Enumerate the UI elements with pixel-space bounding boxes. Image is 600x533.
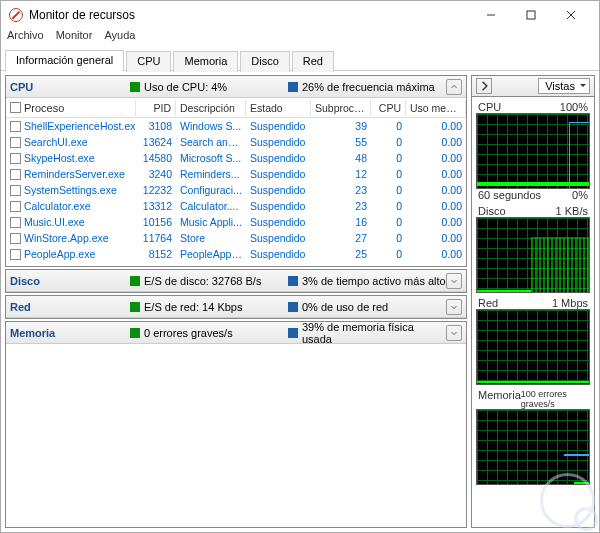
cell-desc: Microsoft S...	[176, 152, 246, 164]
collapse-sidebar-button[interactable]	[476, 78, 492, 94]
network-panel: Red E/S de red: 14 Kbps 0% de uso de red	[5, 295, 467, 319]
row-checkbox[interactable]	[10, 217, 21, 228]
watermark-icon	[540, 473, 595, 528]
menu-help[interactable]: Ayuda	[104, 29, 135, 49]
expand-button[interactable]	[446, 299, 462, 315]
cpu-usage-stat: Uso de CPU: 4%	[130, 81, 288, 93]
cell-desc: Configuraci...	[176, 184, 246, 196]
cell-avg: 0.00	[406, 152, 466, 164]
disk-io-stat: E/S de disco: 32768 B/s	[130, 275, 288, 287]
cell-status: Suspendido	[246, 232, 311, 244]
cell-process: WinStore.App.exe	[6, 232, 136, 244]
graphs-container: CPU100% 60 segundos0% Disco1 KB/s Red1 M…	[471, 97, 595, 528]
row-checkbox[interactable]	[10, 249, 21, 260]
col-status[interactable]: Estado	[246, 100, 311, 116]
cell-status: Suspendido	[246, 120, 311, 132]
views-dropdown[interactable]: Vistas	[538, 78, 590, 94]
tab-cpu[interactable]: CPU	[126, 51, 171, 72]
net-usage-stat: 0% de uso de red	[288, 301, 446, 313]
close-button[interactable]	[551, 1, 591, 29]
table-body[interactable]: ShellExperienceHost.exe3108Windows S...S…	[6, 118, 466, 266]
cell-process: PeopleApp.exe	[6, 248, 136, 260]
cell-process: SystemSettings.exe	[6, 184, 136, 196]
cell-process: RemindersServer.exe	[6, 168, 136, 180]
cpu-freq-stat: 26% de frecuencia máxima	[288, 81, 446, 93]
net-graph-title: Red	[478, 297, 498, 309]
net-graph-max: 1 Mbps	[552, 297, 588, 309]
cell-threads: 39	[311, 120, 371, 132]
net-graph-canvas	[476, 309, 590, 385]
cell-pid: 13624	[136, 136, 176, 148]
row-checkbox[interactable]	[10, 137, 21, 148]
disk-panel-title: Disco	[10, 275, 130, 287]
disk-panel: Disco E/S de disco: 32768 B/s 3% de tiem…	[5, 269, 467, 293]
cpu-graph-max: 100%	[560, 101, 588, 113]
table-row[interactable]: RemindersServer.exe3240Reminders...Suspe…	[6, 166, 466, 182]
memory-panel-header[interactable]: Memoria 0 errores graves/s 39% de memori…	[6, 322, 466, 344]
network-panel-header[interactable]: Red E/S de red: 14 Kbps 0% de uso de red	[6, 296, 466, 318]
minimize-button[interactable]	[471, 1, 511, 29]
row-checkbox[interactable]	[10, 201, 21, 212]
row-checkbox[interactable]	[10, 233, 21, 244]
col-process[interactable]: Proceso	[6, 100, 136, 116]
disk-graph-max: 1 KB/s	[556, 205, 588, 217]
maximize-button[interactable]	[511, 1, 551, 29]
col-avg[interactable]: Uso medio ...	[406, 100, 466, 116]
expand-button[interactable]	[446, 273, 462, 289]
cell-status: Suspendido	[246, 136, 311, 148]
collapse-button[interactable]	[446, 79, 462, 95]
col-desc[interactable]: Descripción	[176, 100, 246, 116]
tab-general[interactable]: Información general	[5, 50, 124, 71]
menu-monitor[interactable]: Monitor	[56, 29, 93, 49]
green-square-icon	[130, 302, 140, 312]
cell-pid: 3240	[136, 168, 176, 180]
expand-button[interactable]	[446, 325, 462, 341]
table-row[interactable]: PeopleApp.exe8152PeopleApp....Suspendido…	[6, 246, 466, 262]
col-cpu[interactable]: CPU	[371, 100, 406, 116]
app-icon	[9, 8, 23, 22]
cell-threads: 55	[311, 136, 371, 148]
row-checkbox[interactable]	[10, 121, 21, 132]
cell-cpu: 0	[371, 200, 406, 212]
table-row[interactable]: SystemSettings.exe12232Configuraci...Sus…	[6, 182, 466, 198]
right-header: Vistas	[471, 75, 595, 97]
tab-network[interactable]: Red	[292, 51, 334, 72]
memory-panel-title: Memoria	[10, 327, 130, 339]
cell-pid: 10156	[136, 216, 176, 228]
cell-cpu: 0	[371, 120, 406, 132]
cpu-panel-header[interactable]: CPU Uso de CPU: 4% 26% de frecuencia máx…	[6, 76, 466, 98]
tab-memory[interactable]: Memoria	[173, 51, 238, 72]
cell-avg: 0.00	[406, 232, 466, 244]
cell-desc: PeopleApp....	[176, 248, 246, 260]
row-checkbox[interactable]	[10, 185, 21, 196]
header-checkbox[interactable]	[10, 102, 21, 113]
table-row[interactable]: WinStore.App.exe11764StoreSuspendido2700…	[6, 230, 466, 246]
cell-cpu: 0	[371, 216, 406, 228]
cell-avg: 0.00	[406, 168, 466, 180]
blue-square-icon	[288, 328, 298, 338]
cpu-graph-title: CPU	[478, 101, 501, 113]
tab-bar: Información general CPU Memoria Disco Re…	[1, 49, 599, 71]
mem-graph-title: Memoria	[478, 389, 521, 409]
table-row[interactable]: SkypeHost.exe14580Microsoft S...Suspendi…	[6, 150, 466, 166]
menu-file[interactable]: Archivo	[7, 29, 44, 49]
cell-status: Suspendido	[246, 216, 311, 228]
table-row[interactable]: Calculator.exe13312Calculator....Suspend…	[6, 198, 466, 214]
mem-graph: Memoria100 errores graves/s	[476, 389, 590, 485]
blue-square-icon	[288, 302, 298, 312]
disk-panel-header[interactable]: Disco E/S de disco: 32768 B/s 3% de tiem…	[6, 270, 466, 292]
window-title: Monitor de recursos	[29, 8, 471, 22]
mem-usage-stat: 39% de memoria física usada	[288, 321, 446, 345]
table-row[interactable]: ShellExperienceHost.exe3108Windows S...S…	[6, 118, 466, 134]
col-pid[interactable]: PID	[136, 100, 176, 116]
row-checkbox[interactable]	[10, 169, 21, 180]
table-row[interactable]: SearchUI.exe13624Search and...Suspendido…	[6, 134, 466, 150]
row-checkbox[interactable]	[10, 153, 21, 164]
table-row[interactable]: Music.UI.exe10156Music Appli...Suspendid…	[6, 214, 466, 230]
cell-pid: 3108	[136, 120, 176, 132]
green-square-icon	[130, 82, 140, 92]
tab-disk[interactable]: Disco	[240, 51, 290, 72]
green-square-icon	[130, 328, 140, 338]
menu-bar: Archivo Monitor Ayuda	[1, 29, 599, 49]
col-threads[interactable]: Subprocesos	[311, 100, 371, 116]
